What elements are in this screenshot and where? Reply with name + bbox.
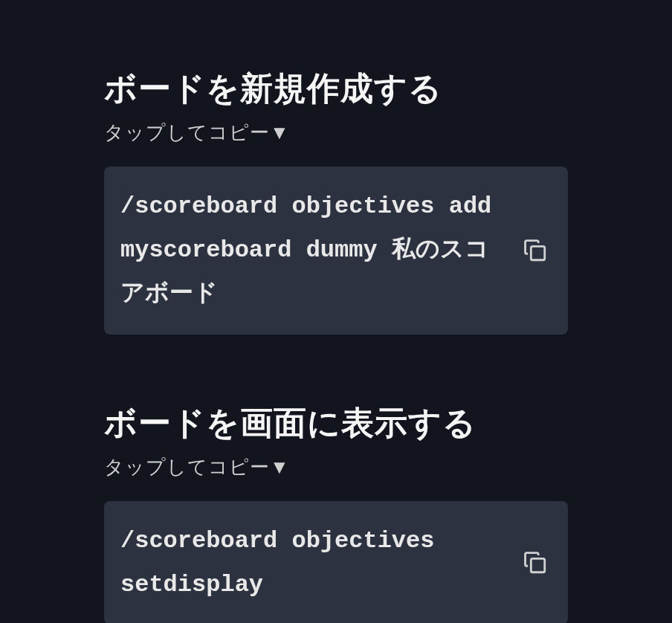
section-subtitle: タップしてコピー▼ [104, 454, 568, 480]
code-block[interactable]: /scoreboard objectives setdisplay [104, 501, 568, 623]
code-text: /scoreboard objectives setdisplay [120, 519, 504, 607]
copy-icon [523, 550, 548, 575]
svg-rect-0 [531, 246, 544, 259]
copy-icon [523, 238, 548, 263]
copy-button[interactable] [519, 234, 552, 267]
main-container: ボードを新規作成する タップしてコピー▼ /scoreboard objecti… [0, 0, 672, 623]
code-block[interactable]: /scoreboard objectives add myscoreboard … [104, 167, 568, 335]
svg-rect-1 [531, 558, 544, 572]
section-display-board: ボードを画面に表示する タップしてコピー▼ /scoreboard object… [104, 401, 568, 623]
code-text: /scoreboard objectives add myscoreboard … [120, 184, 504, 317]
copy-button[interactable] [519, 546, 552, 579]
section-create-board: ボードを新規作成する タップしてコピー▼ /scoreboard objecti… [104, 67, 568, 335]
section-title: ボードを新規作成する [104, 67, 568, 111]
section-title: ボードを画面に表示する [104, 401, 568, 445]
section-subtitle: タップしてコピー▼ [104, 120, 568, 146]
